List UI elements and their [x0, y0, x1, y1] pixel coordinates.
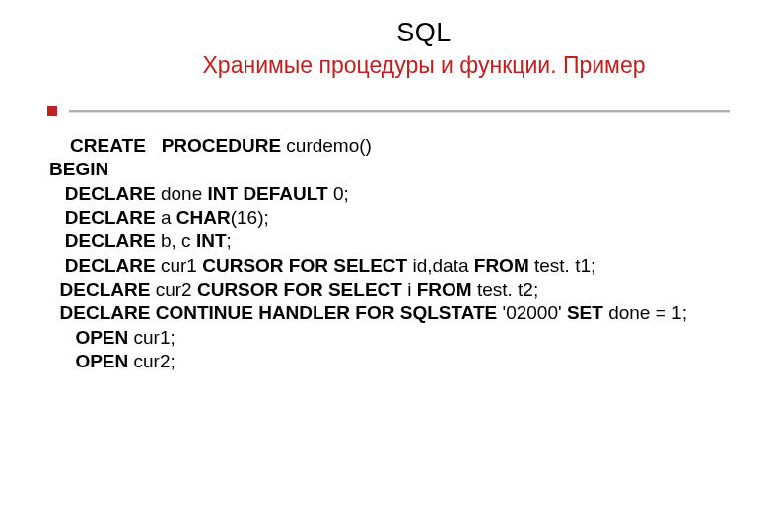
code-text: '02000' [497, 302, 567, 323]
code-text: cur2; [128, 351, 175, 371]
code-text: done [156, 183, 208, 204]
slide-subtitle: Хранимые процедуры и функции. Пример [118, 52, 730, 79]
code-kw: CREATE PROCEDURE [49, 135, 281, 156]
code-text: 0; [328, 183, 349, 204]
code-kw: INT [196, 231, 227, 251]
code-text: cur2 [150, 279, 197, 299]
code-text: b, c [156, 231, 196, 251]
code-kw: CURSOR FOR SELECT [202, 255, 407, 276]
divider-row [39, 106, 730, 116]
title-block: SQL Хранимые процедуры и функции. Пример [118, 18, 730, 79]
slide-title: SQL [118, 18, 730, 48]
code-kw: DECLARE [49, 255, 156, 276]
code-kw: DECLARE CONTINUE HANDLER FOR SQLSTATE [49, 302, 497, 323]
code-text: curdemo() [281, 135, 372, 156]
code-kw: CURSOR FOR SELECT [197, 279, 402, 299]
code-kw: DECLARE [49, 183, 156, 204]
slide: SQL Хранимые процедуры и функции. Пример… [0, 0, 769, 532]
code-text: (16); [231, 207, 269, 228]
code-kw: INT DEFAULT [208, 183, 328, 204]
code-text: a [156, 207, 176, 228]
code-text: id,data [407, 255, 474, 276]
code-kw: DECLARE [49, 279, 150, 299]
code-kw: FROM [417, 279, 472, 299]
code-kw: CHAR [176, 207, 231, 228]
code-kw: DECLARE [49, 207, 156, 228]
code-kw: SET [567, 302, 603, 323]
code-text: ; [226, 231, 231, 251]
code-kw: BEGIN [49, 159, 108, 179]
code-kw: OPEN [49, 327, 128, 348]
bullet-icon [47, 106, 57, 116]
code-text: cur1 [156, 255, 203, 276]
code-text: test. t2; [472, 279, 539, 299]
code-kw: DECLARE [49, 231, 156, 251]
code-kw: FROM [474, 255, 529, 276]
code-text: cur1; [128, 327, 175, 348]
code-block: CREATE PROCEDURE curdemo() BEGIN DECLARE… [49, 134, 730, 373]
divider-line [69, 110, 730, 112]
code-text: test. t1; [529, 255, 596, 276]
code-kw: OPEN [49, 351, 128, 371]
code-text: done = 1; [603, 302, 687, 323]
code-text: i [402, 279, 417, 299]
